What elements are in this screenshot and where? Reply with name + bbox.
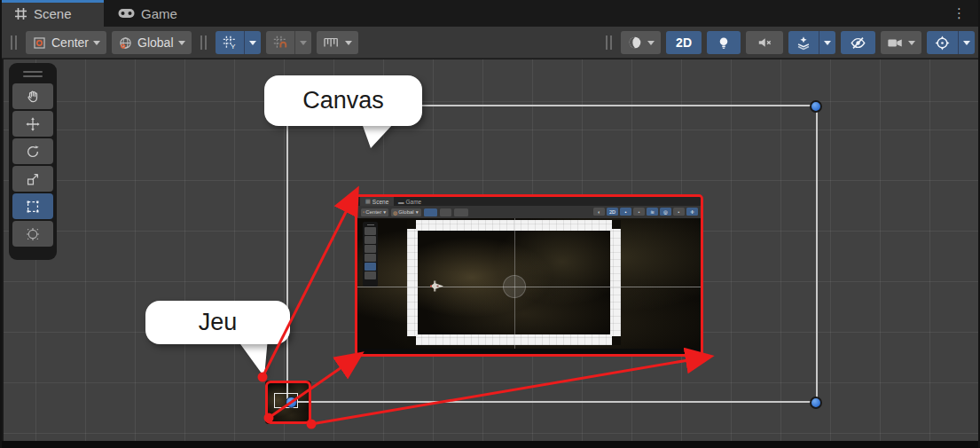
canvas-corner-handle-bottom-right[interactable] [810,397,822,409]
pivot-mode-button[interactable]: Center [26,31,106,54]
window-bottom-edge [2,441,980,448]
tool-button-move[interactable] [12,111,53,137]
rotate-icon [25,144,41,160]
effects-icon [796,35,811,51]
toolbar-separator [606,35,612,50]
2d-toggle-label: 2D [676,35,692,50]
canvas-bubble-label: Canvas [302,87,384,114]
inset-pivot-circle [503,275,526,298]
kebab-menu-icon[interactable]: ⋮ [953,4,966,23]
inset-scene-content [357,218,701,349]
tool-button-scale[interactable] [12,166,53,192]
chevron-down-icon [178,41,185,45]
toolbar-drag-handle[interactable] [11,35,17,50]
transform-icon [25,226,41,242]
inset-tab-bar: ▦Scene ▬Game [357,197,701,206]
scene-viewport[interactable]: ▦Scene ▬Game ▫Center▼ ◍Global▼ ◐ 2D • • … [4,59,980,442]
inset-player-ship-sprite [428,280,444,292]
snap-increment-button[interactable] [317,31,358,54]
grid-icon [14,7,27,20]
grid-snap-dropdown[interactable] [244,31,261,54]
gizmo-icon [934,35,951,51]
inset-pivot-label: Center [365,209,381,215]
inset-tool-palette [363,222,378,287]
tool-palette [9,63,57,260]
inset-tab-game: Game [406,199,422,205]
globe-icon [118,35,133,51]
tool-button-rotate[interactable] [12,138,53,164]
move-icon [25,116,41,132]
snap-toggle-button[interactable] [266,31,294,54]
unity-editor-window: Scene Game ⋮ Center [0,0,980,448]
tab-game[interactable]: Game [106,0,190,27]
chevron-down-icon [93,41,100,45]
tool-button-rect-transform[interactable] [12,193,53,219]
scene-audio-button[interactable] [746,31,783,54]
snap-axis-label: Y [230,43,235,51]
scene-lighting-button[interactable] [707,31,741,54]
snap-increment-icon [323,35,341,50]
chevron-down-icon [908,41,915,45]
chevron-down-icon [647,41,655,45]
scene-visibility-button[interactable] [841,31,875,54]
inset-2d-label: 2D [607,208,618,216]
camera-icon [887,36,904,50]
snap-toggle-dropdown[interactable] [294,31,311,54]
inset-orientation-label: Global [398,209,413,215]
shading-mode-icon [627,35,643,51]
gamepad-icon [118,8,135,19]
effects-button[interactable] [788,31,819,54]
toolbar-separator [200,35,207,50]
pivot-icon [32,35,47,51]
tab-scene-label: Scene [34,6,72,21]
palette-drag-handle[interactable] [23,71,43,77]
scale-icon [25,171,41,187]
annotation-zoom-inset: ▦Scene ▬Game ▫Center▼ ◍Global▼ ◐ 2D • • … [355,194,703,357]
orientation-button[interactable]: Global [112,31,191,54]
tab-scene[interactable]: Scene [2,0,104,27]
2d-toggle-button[interactable]: 2D [666,31,702,54]
effects-dropdown[interactable] [819,31,835,54]
light-bulb-icon [717,35,731,51]
visibility-off-icon [850,35,866,51]
grid-snap-magnet-icon [272,35,288,51]
orientation-label: Global [137,35,173,50]
gizmos-button[interactable] [927,31,958,54]
chevron-down-icon [345,41,352,45]
gizmos-dropdown[interactable] [958,31,975,54]
rect-transform-icon [25,199,41,215]
canvas-corner-handle-top-right[interactable] [810,100,822,113]
jeu-bubble-label: Jeu [199,309,238,336]
audio-mute-icon [757,35,772,50]
grid-snap-y-icon: Y [222,35,238,51]
canvas-bubble-tail [357,123,397,150]
scene-camera-button[interactable] [881,31,921,54]
inset-tab-scene: Scene [372,199,388,205]
tab-bar: Scene Game ⋮ [2,0,978,27]
scene-toolbar: Center Global Y [2,27,978,59]
shading-mode-button[interactable] [621,31,661,54]
hand-icon [25,89,41,105]
pivot-mode-label: Center [51,35,89,50]
tool-button-transform[interactable] [12,221,53,247]
canvas-annotation-bubble: Canvas [264,75,422,126]
tab-game-label: Game [141,6,177,21]
grid-snap-button[interactable]: Y [216,31,244,54]
tool-button-view-hand[interactable] [12,83,53,109]
jeu-annotation-bubble: Jeu [145,301,290,344]
annotation-red-box [265,381,311,424]
